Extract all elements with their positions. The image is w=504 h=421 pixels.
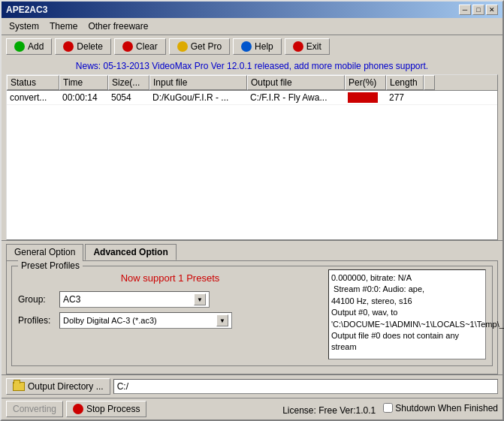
group-box-label: Preset Profiles <box>18 260 83 271</box>
exit-label: Exit <box>306 41 321 52</box>
profiles-dropdown-arrow: ▼ <box>216 314 228 326</box>
delete-label: Delete <box>77 41 103 52</box>
toolbar: Add Delete Clear Get Pro Help Exit <box>2 35 502 58</box>
folder-icon <box>13 382 25 391</box>
menu-other[interactable]: Other freeware <box>83 20 152 33</box>
clear-label: Clear <box>136 41 158 52</box>
profiles-field-row: Profiles: Dolby Digital AC-3 (*.ac3) ▼ <box>18 312 322 329</box>
group-dropdown-arrow: ▼ <box>194 293 206 305</box>
clear-button[interactable]: Clear <box>114 38 166 55</box>
news-bar: News: 05-13-2013 VideoMax Pro Ver 12.0.1… <box>2 58 502 74</box>
help-icon <box>241 41 252 52</box>
output-directory-label: Output Directory ... <box>28 381 104 392</box>
preset-title: Now support 1 Presets <box>18 272 322 284</box>
preset-left: Now support 1 Presets Group: AC3 ▼ Profi… <box>18 269 322 359</box>
news-text: News: 05-13-2013 VideoMax Pro Ver 12.0.1… <box>76 61 428 71</box>
tab-bar: General Option Advanced Option <box>6 244 498 260</box>
menu-theme[interactable]: Theme <box>45 20 82 33</box>
add-icon <box>14 41 25 52</box>
group-value: AC3 <box>63 294 80 305</box>
col-size: Size(... <box>108 75 149 90</box>
output-path: C:/ <box>113 379 498 394</box>
cell-length: 277 <box>386 91 424 104</box>
close-button[interactable]: ✕ <box>486 5 498 15</box>
table-row[interactable]: convert... 00:00:14 5054 D:/KuGou/F.I.R … <box>7 91 497 105</box>
main-window: APE2AC3 ─ □ ✕ System Theme Other freewar… <box>0 0 504 421</box>
table-body[interactable]: convert... 00:00:14 5054 D:/KuGou/F.I.R … <box>7 91 497 239</box>
cell-size: 5054 <box>108 91 149 104</box>
cell-per <box>345 91 386 104</box>
minimize-button[interactable]: ─ <box>459 5 471 15</box>
col-status: Status <box>7 75 59 90</box>
get-pro-button[interactable]: Get Pro <box>169 38 230 55</box>
tab-general[interactable]: General Option <box>6 244 83 260</box>
exit-button[interactable]: Exit <box>285 38 330 55</box>
converting-button[interactable]: Converting <box>6 401 63 417</box>
add-button[interactable]: Add <box>6 38 52 55</box>
add-label: Add <box>28 41 44 52</box>
profiles-dropdown[interactable]: Dolby Digital AC-3 (*.ac3) ▼ <box>59 312 232 329</box>
preset-profiles-group: Preset Profiles Now support 1 Presets Gr… <box>11 266 493 366</box>
tab-content: Preset Profiles Now support 1 Presets Gr… <box>6 260 498 374</box>
preset-info-text: 0.000000, bitrate: N/A Stream #0:0: Audi… <box>331 272 483 353</box>
group-label: Group: <box>18 294 59 305</box>
output-directory-row: Output Directory ... C:/ <box>2 374 502 398</box>
help-button[interactable]: Help <box>233 38 282 55</box>
cell-input: D:/KuGou/F.I.R - ... <box>149 91 247 104</box>
output-directory-button[interactable]: Output Directory ... <box>6 378 110 395</box>
col-per: Per(%) <box>345 75 386 90</box>
stop-icon <box>73 404 83 414</box>
stop-process-button[interactable]: Stop Process <box>66 401 146 417</box>
delete-button[interactable]: Delete <box>55 38 111 55</box>
cell-extra <box>424 91 435 104</box>
get-pro-icon <box>177 41 188 52</box>
stop-label: Stop Process <box>86 404 140 414</box>
license-text: License: Free Ver:1.0.1 Shutdown When Fi… <box>149 403 498 416</box>
preset-info: 0.000000, bitrate: N/A Stream #0:0: Audi… <box>328 269 486 359</box>
progress-bar <box>348 92 378 103</box>
profiles-value: Dolby Digital AC-3 (*.ac3) <box>63 316 157 325</box>
window-title: APE2AC3 <box>6 5 47 15</box>
col-length: Length <box>386 75 424 90</box>
cell-time: 00:00:14 <box>59 91 108 104</box>
profiles-label: Profiles: <box>18 315 59 326</box>
group-dropdown[interactable]: AC3 ▼ <box>59 291 210 308</box>
cell-status: convert... <box>7 91 59 104</box>
license-label: License: Free Ver:1.0.1 <box>282 404 376 415</box>
exit-icon <box>293 41 303 52</box>
clear-icon <box>122 41 133 52</box>
shutdown-text: Shutdown When Finished <box>395 403 498 413</box>
shutdown-checkbox[interactable] <box>383 403 393 413</box>
cell-output: C:/F.I.R - Fly Awa... <box>247 91 345 104</box>
col-output: Output file <box>247 75 345 90</box>
col-time: Time <box>59 75 108 90</box>
help-label: Help <box>255 41 273 52</box>
delete-icon <box>63 41 74 52</box>
preset-content: Now support 1 Presets Group: AC3 ▼ Profi… <box>18 269 486 359</box>
menu-bar: System Theme Other freeware <box>2 18 502 35</box>
status-bar: Converting Stop Process License: Free Ve… <box>2 398 502 419</box>
title-bar: APE2AC3 ─ □ ✕ <box>2 2 502 18</box>
get-pro-label: Get Pro <box>191 41 222 52</box>
menu-system[interactable]: System <box>5 20 44 33</box>
shutdown-label: Shutdown When Finished <box>383 403 498 413</box>
file-table: Status Time Size(... Input file Output f… <box>6 74 498 240</box>
group-field-row: Group: AC3 ▼ <box>18 291 322 308</box>
tab-advanced[interactable]: Advanced Option <box>85 244 176 260</box>
title-bar-buttons: ─ □ ✕ <box>459 5 498 15</box>
col-input: Input file <box>149 75 247 90</box>
bottom-panel: General Option Advanced Option Preset Pr… <box>2 240 502 419</box>
col-scroll <box>424 75 435 90</box>
maximize-button[interactable]: □ <box>472 5 484 15</box>
table-header: Status Time Size(... Input file Output f… <box>7 75 497 91</box>
